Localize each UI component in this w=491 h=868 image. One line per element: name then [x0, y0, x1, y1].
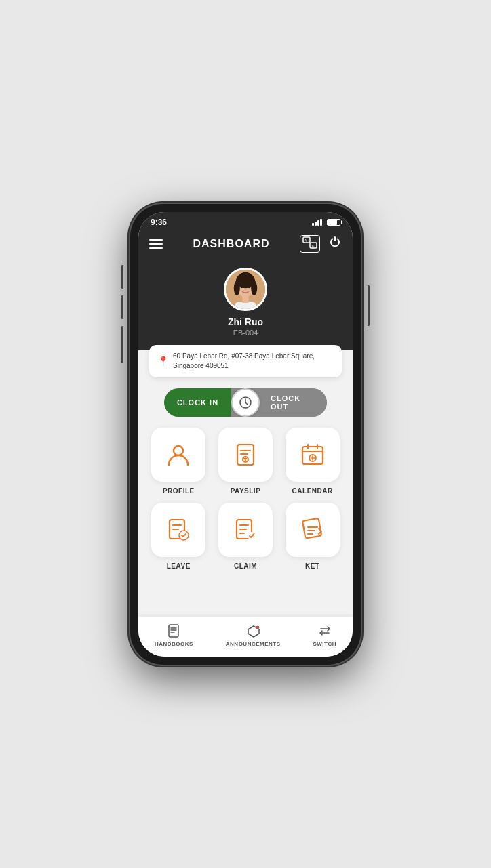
svg-point-16 — [174, 446, 183, 455]
clock-toggle: CLOCK IN CLOCK OUT — [164, 388, 327, 417]
phone-device: 9:36 DASHBOARD — [130, 204, 361, 665]
menu-item-calendar[interactable]: CALENDAR — [283, 428, 342, 495]
handbooks-icon — [166, 623, 181, 638]
translate-button[interactable]: A あ — [300, 235, 320, 253]
page-title: DASHBOARD — [193, 238, 270, 250]
svg-rect-26 — [169, 625, 178, 637]
profile-id: EB-004 — [233, 329, 258, 337]
claim-icon-box — [218, 503, 273, 557]
menu-item-claim[interactable]: CLAIM — [216, 503, 275, 570]
profile-icon — [165, 441, 192, 468]
status-icons — [312, 219, 340, 226]
nav-announcements[interactable]: ANNOUNCEMENTS — [226, 623, 281, 647]
location-bar: 📍 60 Paya Lebar Rd, #07-38 Paya Lebar Sq… — [149, 345, 342, 377]
svg-point-9 — [251, 281, 257, 295]
nav-switch[interactable]: SWITCH — [313, 623, 336, 647]
menu-item-profile[interactable]: PROFILE — [149, 428, 208, 495]
payslip-icon — [232, 441, 259, 468]
payslip-icon-box — [218, 428, 273, 482]
clock-in-button[interactable]: CLOCK IN — [164, 388, 231, 417]
header: DASHBOARD A あ — [138, 230, 353, 261]
svg-text:A: A — [305, 238, 307, 242]
svg-point-14 — [244, 288, 247, 290]
svg-point-13 — [248, 285, 251, 288]
leave-icon — [165, 516, 192, 543]
payslip-label: PAYSLIP — [231, 487, 261, 495]
menu-item-payslip[interactable]: PAYSLIP — [216, 428, 275, 495]
claim-icon — [232, 516, 259, 543]
svg-point-12 — [240, 285, 243, 288]
announcements-nav-label: ANNOUNCEMENTS — [226, 641, 281, 647]
svg-point-8 — [234, 281, 240, 295]
menu-grid: PROFILE PAYSLIP — [138, 425, 353, 578]
clock-out-button[interactable]: CLOCK OUT — [260, 388, 327, 417]
avatar — [224, 268, 267, 311]
svg-rect-11 — [242, 296, 248, 302]
menu-item-ket[interactable]: KET — [283, 503, 342, 570]
clock-toggle-wrap: CLOCK IN CLOCK OUT — [138, 377, 353, 425]
profile-icon-box — [151, 428, 205, 482]
bottom-nav: HANDBOOKS ANNOUNCEMENTS SWITCH — [138, 617, 353, 657]
profile-name: Zhi Ruo — [228, 316, 263, 327]
svg-text:あ: あ — [311, 243, 315, 247]
location-icon: 📍 — [157, 356, 169, 367]
leave-label: LEAVE — [167, 562, 191, 570]
phone-screen: 9:36 DASHBOARD — [138, 212, 353, 657]
ket-icon — [299, 516, 326, 543]
menu-button[interactable] — [149, 239, 163, 249]
signal-icon — [312, 219, 322, 226]
scroll-area: CLOCK IN CLOCK OUT — [138, 377, 353, 617]
main-content: CLOCK IN CLOCK OUT — [138, 377, 353, 657]
battery-icon — [327, 219, 340, 226]
calendar-icon-box — [286, 428, 340, 482]
leave-icon-box — [151, 503, 205, 557]
switch-icon — [317, 623, 332, 638]
switch-nav-label: SWITCH — [313, 641, 336, 647]
status-bar: 9:36 — [138, 212, 353, 230]
header-actions: A あ — [300, 235, 342, 253]
profile-section: Zhi Ruo EB-004 — [138, 261, 353, 350]
svg-point-27 — [256, 625, 260, 629]
announcements-icon — [246, 623, 260, 638]
status-time: 9:36 — [151, 218, 167, 227]
handbooks-nav-label: HANDBOOKS — [155, 641, 193, 647]
nav-handbooks[interactable]: HANDBOOKS — [155, 623, 193, 647]
calendar-label: CALENDAR — [292, 487, 333, 495]
claim-label: CLAIM — [234, 562, 257, 570]
ket-label: KET — [305, 562, 320, 570]
profile-label: PROFILE — [163, 487, 195, 495]
ket-icon-box — [286, 503, 340, 557]
power-button[interactable] — [328, 235, 342, 252]
menu-item-leave[interactable]: LEAVE — [149, 503, 208, 570]
clock-divider-icon — [231, 388, 260, 417]
calendar-icon — [299, 441, 326, 468]
location-address: 60 Paya Lebar Rd, #07-38 Paya Lebar Squa… — [173, 352, 334, 371]
